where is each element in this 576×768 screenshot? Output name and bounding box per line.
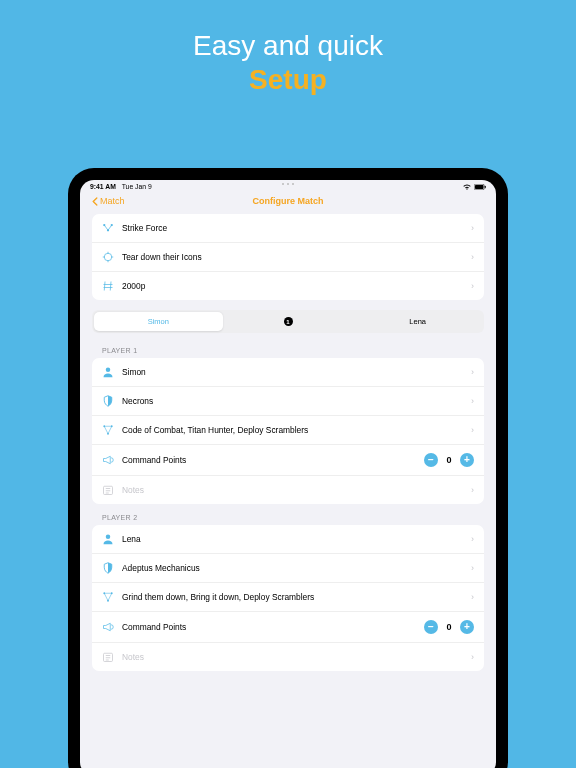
svg-point-7 xyxy=(106,367,111,372)
ipad-screen: 9:41 AM Tue Jan 9 Match Configure Match xyxy=(80,180,496,768)
objectives-icon xyxy=(102,591,114,603)
ipad-frame: 9:41 AM Tue Jan 9 Match Configure Match xyxy=(68,168,508,768)
plus-button[interactable]: + xyxy=(460,453,474,467)
wifi-icon xyxy=(463,184,471,190)
row-p2-name[interactable]: Lena › xyxy=(92,525,484,554)
player2-group: Lena › Adeptus Mechanicus › Grind them d… xyxy=(92,525,484,671)
promo-header: Easy and quick Setup xyxy=(0,0,576,96)
status-time: 9:41 AM xyxy=(90,183,116,190)
notes-icon xyxy=(102,484,114,496)
match-settings-group: Strike Force › Tear down their Icons › 2… xyxy=(92,214,484,300)
p1-faction-label: Necrons xyxy=(122,396,471,406)
chevron-right-icon: › xyxy=(471,485,474,495)
row-p2-objectives[interactable]: Grind them down, Bring it down, Deploy S… xyxy=(92,583,484,612)
row-p2-cp: Command Points − 0 + xyxy=(92,612,484,643)
shield-icon xyxy=(102,395,114,407)
p1-name-label: Simon xyxy=(122,367,471,377)
segment-middle[interactable]: 1 xyxy=(223,312,353,332)
megaphone-icon xyxy=(102,454,114,466)
p1-cp-label: Command Points xyxy=(122,455,424,465)
svg-rect-2 xyxy=(485,185,486,188)
mission-label: Tear down their Icons xyxy=(122,252,471,262)
plus-button[interactable]: + xyxy=(460,620,474,634)
back-label: Match xyxy=(100,196,125,206)
p2-cp-stepper: − 0 + xyxy=(424,620,474,634)
chevron-right-icon: › xyxy=(471,396,474,406)
battery-icon xyxy=(474,184,486,190)
force-icon xyxy=(102,222,114,234)
back-button[interactable]: Match xyxy=(92,196,125,206)
status-date: Tue Jan 9 xyxy=(122,183,152,190)
svg-rect-1 xyxy=(475,185,484,189)
segment-badge: 1 xyxy=(284,317,293,326)
person-icon xyxy=(102,533,114,545)
player1-header: PLAYER 1 xyxy=(102,347,484,354)
row-p2-notes[interactable]: Notes › xyxy=(92,643,484,671)
content: Strike Force › Tear down their Icons › 2… xyxy=(80,214,496,671)
chevron-left-icon xyxy=(92,197,98,206)
page-title: Configure Match xyxy=(253,196,324,206)
chevron-right-icon: › xyxy=(471,281,474,291)
chevron-right-icon: › xyxy=(471,425,474,435)
row-p1-faction[interactable]: Necrons › xyxy=(92,387,484,416)
row-p1-cp: Command Points − 0 + xyxy=(92,445,484,476)
chevron-right-icon: › xyxy=(471,592,474,602)
row-p2-faction[interactable]: Adeptus Mechanicus › xyxy=(92,554,484,583)
minus-button[interactable]: − xyxy=(424,453,438,467)
p1-objectives-label: Code of Combat, Titan Hunter, Deploy Scr… xyxy=(122,425,471,435)
chevron-right-icon: › xyxy=(471,652,474,662)
notes-icon xyxy=(102,651,114,663)
row-p1-name[interactable]: Simon › xyxy=(92,358,484,387)
target-icon xyxy=(102,251,114,263)
player2-header: PLAYER 2 xyxy=(102,514,484,521)
force-label: Strike Force xyxy=(122,223,471,233)
p2-cp-label: Command Points xyxy=(122,622,424,632)
p2-faction-label: Adeptus Mechanicus xyxy=(122,563,471,573)
objectives-icon xyxy=(102,424,114,436)
player1-group: Simon › Necrons › Code of Combat, Titan … xyxy=(92,358,484,504)
camera-dots xyxy=(282,183,294,185)
person-icon xyxy=(102,366,114,378)
player-segmented: Simon 1 Lena xyxy=(92,310,484,333)
row-points[interactable]: 2000p › xyxy=(92,272,484,300)
p2-objectives-label: Grind them down, Bring it down, Deploy S… xyxy=(122,592,471,602)
chevron-right-icon: › xyxy=(471,252,474,262)
p2-cp-value: 0 xyxy=(444,622,454,632)
status-bar: 9:41 AM Tue Jan 9 xyxy=(80,180,496,190)
p1-cp-stepper: − 0 + xyxy=(424,453,474,467)
chevron-right-icon: › xyxy=(471,367,474,377)
chevron-right-icon: › xyxy=(471,223,474,233)
row-mission[interactable]: Tear down their Icons › xyxy=(92,243,484,272)
p2-name-label: Lena xyxy=(122,534,471,544)
promo-line2: Setup xyxy=(0,64,576,96)
row-p1-notes[interactable]: Notes › xyxy=(92,476,484,504)
svg-point-6 xyxy=(104,253,112,261)
status-right xyxy=(463,184,486,190)
segment-lena[interactable]: Lena xyxy=(353,312,483,332)
megaphone-icon xyxy=(102,621,114,633)
p2-notes-label: Notes xyxy=(122,652,471,662)
segment-simon[interactable]: Simon xyxy=(94,312,224,332)
status-left: 9:41 AM Tue Jan 9 xyxy=(90,183,152,190)
nav-bar: Match Configure Match xyxy=(80,190,496,214)
p1-notes-label: Notes xyxy=(122,485,471,495)
chevron-right-icon: › xyxy=(471,563,474,573)
points-label: 2000p xyxy=(122,281,471,291)
row-p1-objectives[interactable]: Code of Combat, Titan Hunter, Deploy Scr… xyxy=(92,416,484,445)
svg-point-12 xyxy=(106,534,111,539)
hash-icon xyxy=(102,280,114,292)
shield-icon xyxy=(102,562,114,574)
promo-line1: Easy and quick xyxy=(0,30,576,62)
chevron-right-icon: › xyxy=(471,534,474,544)
p1-cp-value: 0 xyxy=(444,455,454,465)
row-strike-force[interactable]: Strike Force › xyxy=(92,214,484,243)
minus-button[interactable]: − xyxy=(424,620,438,634)
